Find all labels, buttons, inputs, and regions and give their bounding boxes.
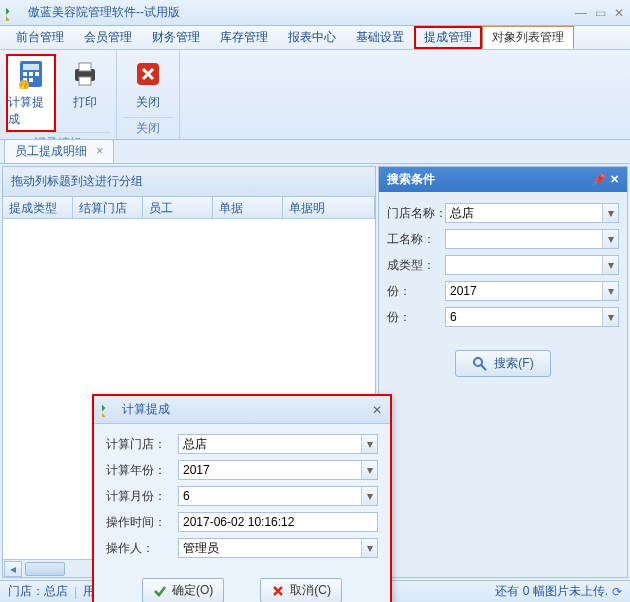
search-year-label: 份： — [387, 283, 445, 300]
chevron-down-icon: ▾ — [361, 461, 377, 479]
tab-label: 员工提成明细 — [15, 144, 87, 158]
search-row-ctype: 成类型： ▾ — [379, 252, 627, 278]
print-label: 打印 — [73, 94, 97, 111]
scroll-left-icon[interactable]: ◂ — [4, 561, 22, 577]
chevron-down-icon: ▾ — [602, 204, 618, 222]
chevron-down-icon: ▾ — [602, 282, 618, 300]
dlg-operator-label: 操作人： — [106, 540, 178, 557]
svg-rect-8 — [29, 78, 33, 82]
search-button[interactable]: 搜索(F) — [455, 350, 550, 377]
svg-point-15 — [474, 358, 482, 366]
ribbon-group-edit: 👍 计算提成 打印 记录编辑 — [0, 50, 117, 139]
svg-rect-18 — [102, 412, 106, 416]
menu-finance[interactable]: 财务管理 — [142, 26, 210, 49]
status-upload-msg: 还有 0 幅图片未上传. — [495, 583, 608, 600]
dialog-close-icon[interactable]: ✕ — [372, 403, 382, 417]
dlg-store-combo[interactable]: 总店▾ — [178, 434, 378, 454]
dlg-month-combo[interactable]: 6▾ — [178, 486, 378, 506]
svg-rect-4 — [23, 72, 27, 76]
svg-rect-17 — [102, 404, 106, 411]
calc-commission-dialog: 计算提成 ✕ 计算门店：总店▾ 计算年份：2017▾ 计算月份：6▾ 操作时间：… — [92, 394, 392, 602]
search-row-emp: 工名称： ▾ — [379, 226, 627, 252]
svg-rect-13 — [79, 77, 91, 85]
svg-rect-3 — [23, 64, 39, 70]
dlg-optime-label: 操作时间： — [106, 514, 178, 531]
scroll-thumb[interactable] — [25, 562, 65, 576]
print-button[interactable]: 打印 — [60, 54, 110, 132]
group-by-hint[interactable]: 拖动列标题到这进行分组 — [3, 167, 375, 197]
dialog-title: 计算提成 — [122, 401, 372, 418]
search-month-combo[interactable]: 6▾ — [445, 307, 619, 327]
col-employee[interactable]: 员工 — [143, 197, 213, 218]
pin-icon[interactable]: 📌 — [592, 173, 606, 186]
dlg-optime-field[interactable]: 2017-06-02 10:16:12 — [178, 512, 378, 532]
cancel-button[interactable]: 取消(C) — [260, 578, 342, 602]
chevron-down-icon: ▾ — [602, 308, 618, 326]
svg-text:👍: 👍 — [19, 80, 29, 89]
tab-employee-commission[interactable]: 员工提成明细 × — [4, 139, 114, 163]
panel-close-icon[interactable]: ✕ — [610, 173, 619, 186]
ribbon-group-close-label: 关闭 — [123, 117, 173, 137]
search-emp-combo[interactable]: ▾ — [445, 229, 619, 249]
dialog-logo-icon — [102, 403, 116, 417]
col-store[interactable]: 结算门店 — [73, 197, 143, 218]
search-row-store: 门店名称： 总店▾ — [379, 200, 627, 226]
search-ctype-combo[interactable]: ▾ — [445, 255, 619, 275]
tab-strip: 员工提成明细 × — [0, 140, 630, 164]
status-store-label: 门店： — [8, 583, 44, 600]
chevron-down-icon: ▾ — [602, 256, 618, 274]
menu-basic[interactable]: 基础设置 — [346, 26, 414, 49]
search-row-month: 份： 6▾ — [379, 304, 627, 330]
app-logo-icon — [6, 5, 22, 21]
search-button-label: 搜索(F) — [494, 355, 533, 372]
check-icon — [153, 584, 167, 598]
search-year-combo[interactable]: 2017▾ — [445, 281, 619, 301]
menu-commission[interactable]: 提成管理 — [414, 26, 482, 49]
cross-icon — [271, 584, 285, 598]
ribbon: 👍 计算提成 打印 记录编辑 关闭 关闭 — [0, 50, 630, 140]
search-month-label: 份： — [387, 309, 445, 326]
chevron-down-icon: ▾ — [602, 230, 618, 248]
menu-object-list[interactable]: 对象列表管理 — [482, 26, 574, 49]
minimize-button[interactable]: — — [575, 6, 587, 20]
chevron-down-icon: ▾ — [361, 487, 377, 505]
printer-icon — [69, 58, 101, 90]
dlg-year-label: 计算年份： — [106, 462, 178, 479]
search-panel: 搜索条件 📌 ✕ 门店名称： 总店▾ 工名称： ▾ 成类型： ▾ 份： 2017… — [378, 166, 628, 578]
col-commission-type[interactable]: 提成类型 — [3, 197, 73, 218]
menu-member[interactable]: 会员管理 — [74, 26, 142, 49]
search-row-year: 份： 2017▾ — [379, 278, 627, 304]
menu-inventory[interactable]: 库存管理 — [210, 26, 278, 49]
dlg-store-label: 计算门店： — [106, 436, 178, 453]
workspace: 拖动列标题到这进行分组 提成类型 结算门店 员工 单据 单据明 ◂ ▸ 搜索条件… — [0, 164, 630, 580]
dlg-operator-combo[interactable]: 管理员▾ — [178, 538, 378, 558]
close-icon — [132, 58, 164, 90]
col-doc[interactable]: 单据 — [213, 197, 283, 218]
calc-commission-label: 计算提成 — [8, 94, 54, 128]
maximize-button[interactable]: ▭ — [595, 6, 606, 20]
search-panel-title: 搜索条件 — [387, 171, 588, 188]
sync-icon[interactable]: ⟳ — [612, 585, 622, 599]
close-ribbon-label: 关闭 — [136, 94, 160, 111]
menu-bar: 前台管理 会员管理 财务管理 库存管理 报表中心 基础设置 提成管理 对象列表管… — [0, 26, 630, 50]
tab-close-icon[interactable]: × — [96, 144, 103, 158]
dlg-year-combo[interactable]: 2017▾ — [178, 460, 378, 480]
svg-rect-6 — [35, 72, 39, 76]
menu-report[interactable]: 报表中心 — [278, 26, 346, 49]
magnifier-icon — [472, 356, 488, 372]
dlg-month-label: 计算月份： — [106, 488, 178, 505]
column-headers: 提成类型 结算门店 员工 单据 单据明 — [3, 197, 375, 219]
calc-commission-button[interactable]: 👍 计算提成 — [6, 54, 56, 132]
svg-rect-12 — [79, 63, 91, 71]
close-ribbon-button[interactable]: 关闭 — [123, 54, 173, 117]
ok-label: 确定(O) — [172, 582, 213, 599]
status-store: 总店 — [44, 583, 68, 600]
ribbon-group-close: 关闭 关闭 — [117, 50, 180, 139]
col-doc-detail[interactable]: 单据明 — [283, 197, 375, 218]
close-button[interactable]: ✕ — [614, 6, 624, 20]
menu-front[interactable]: 前台管理 — [6, 26, 74, 49]
search-store-combo[interactable]: 总店▾ — [445, 203, 619, 223]
dialog-title-bar[interactable]: 计算提成 ✕ — [94, 396, 390, 424]
svg-rect-1 — [6, 16, 10, 21]
ok-button[interactable]: 确定(O) — [142, 578, 224, 602]
